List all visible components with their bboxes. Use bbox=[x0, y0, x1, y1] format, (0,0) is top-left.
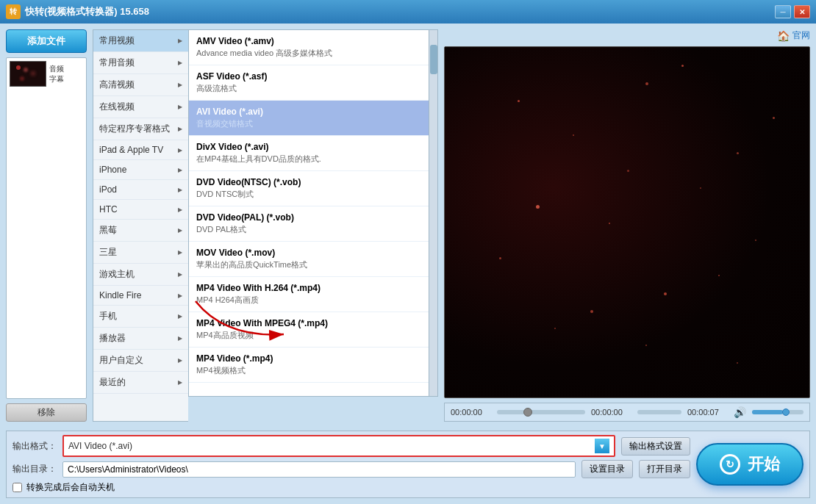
window: 转 快转(视频格式转换器) 15.658 ─ ✕ 添加文件 音频 bbox=[0, 0, 816, 504]
file-list: 音频 字幕 bbox=[6, 57, 87, 399]
cat-specific-format[interactable]: 特定程序专署格式 ▶ bbox=[93, 118, 188, 140]
menu-items-panel: AMV Video (*.amv) Advance media video 高级… bbox=[188, 29, 438, 397]
arrow-icon: ▶ bbox=[178, 292, 182, 299]
home-icon: 🏠 bbox=[777, 30, 790, 42]
cat-kindle-fire[interactable]: Kindle Fire ▶ bbox=[93, 286, 188, 306]
output-format-row: 输出格式： AVI Video (*.avi) ▼ 输出格式设置 bbox=[12, 435, 690, 457]
cat-common-audio[interactable]: 常用音频 ▶ bbox=[93, 52, 188, 74]
cat-common-video[interactable]: 常用视频 ▶ bbox=[93, 30, 188, 52]
arrow-icon: ▶ bbox=[178, 126, 182, 132]
output-format-value: AVI Video (*.avi) bbox=[68, 441, 132, 451]
video-controls: 00:00:00 00:00:00 00:00:07 🔊 bbox=[444, 403, 810, 422]
home-link[interactable]: 官网 bbox=[792, 29, 810, 42]
right-panel: 🏠 官网 bbox=[444, 29, 810, 422]
secondary-progress[interactable] bbox=[637, 410, 681, 414]
window-title: 快转(视频格式转换器) 15.658 bbox=[25, 5, 775, 18]
progress-thumb[interactable] bbox=[523, 408, 532, 417]
arrow-icon: ▶ bbox=[178, 60, 182, 66]
cat-game-console[interactable]: 游戏主机 ▶ bbox=[93, 264, 188, 286]
arrow-icon: ▶ bbox=[178, 167, 182, 173]
auto-shutdown-checkbox[interactable] bbox=[12, 483, 22, 492]
file-labels: 音频 字幕 bbox=[49, 64, 64, 84]
close-button[interactable]: ✕ bbox=[794, 5, 810, 18]
auto-shutdown-label: 转换完成后会自动关机 bbox=[26, 481, 115, 494]
cat-mobile[interactable]: 手机 ▶ bbox=[93, 306, 188, 328]
cat-hd-video[interactable]: 高清视频 ▶ bbox=[93, 74, 188, 96]
video-background bbox=[445, 47, 809, 397]
remove-button[interactable]: 移除 bbox=[6, 403, 87, 422]
start-button[interactable]: ↻ 开始 bbox=[696, 443, 804, 486]
set-dir-button[interactable]: 设置目录 bbox=[581, 460, 633, 478]
cat-online-video[interactable]: 在线视频 ▶ bbox=[93, 96, 188, 118]
list-item: 音频 字幕 bbox=[7, 58, 86, 90]
scrollbar-thumb[interactable] bbox=[430, 45, 437, 74]
cat-iphone[interactable]: iPhone ▶ bbox=[93, 160, 188, 180]
format-item-avi[interactable]: AVI Video (*.avi) 音视频交错格式 bbox=[189, 101, 429, 136]
arrow-icon: ▶ bbox=[178, 271, 182, 278]
window-controls: ─ ✕ bbox=[775, 5, 810, 18]
bottom-bar: 输出格式： AVI Video (*.avi) ▼ 输出格式设置 输出目录： 设… bbox=[6, 431, 810, 498]
output-format-label: 输出格式： bbox=[12, 440, 57, 453]
volume-icon: 🔊 bbox=[734, 406, 746, 418]
items-scroll[interactable]: AMV Video (*.amv) Advance media video 高级… bbox=[189, 30, 429, 396]
volume-slider[interactable] bbox=[752, 410, 804, 414]
left-panel: 添加文件 音频 字幕 移除 bbox=[6, 29, 87, 422]
arrow-icon: ▶ bbox=[178, 187, 182, 193]
open-dir-button[interactable]: 打开目录 bbox=[639, 460, 690, 478]
output-section: 输出格式： AVI Video (*.avi) ▼ 输出格式设置 输出目录： 设… bbox=[12, 435, 690, 494]
output-dir-input[interactable] bbox=[62, 461, 576, 478]
cat-blackberry[interactable]: 黑莓 ▶ bbox=[93, 220, 188, 242]
arrow-icon: ▶ bbox=[178, 227, 182, 234]
format-item-amv[interactable]: AMV Video (*.amv) Advance media video 高级… bbox=[189, 30, 429, 65]
add-file-button[interactable]: 添加文件 bbox=[6, 29, 87, 53]
app-icon: 转 bbox=[6, 4, 21, 19]
refresh-icon: ↻ bbox=[720, 454, 740, 475]
top-right: 🏠 官网 bbox=[444, 29, 810, 42]
format-item-mov[interactable]: MOV Video (*.mov) 苹果出的高品质QuickTime格式 bbox=[189, 242, 429, 277]
arrow-icon: ▶ bbox=[178, 206, 182, 213]
arrow-icon: ▶ bbox=[178, 313, 182, 320]
time-mid: 00:00:00 bbox=[591, 408, 631, 417]
format-item-dvd-ntsc[interactable]: DVD Video(NTSC) (*.vob) DVD NTSC制式 bbox=[189, 171, 429, 206]
time-end: 00:00:07 bbox=[687, 408, 728, 417]
file-thumbnail bbox=[10, 61, 46, 87]
volume-fill bbox=[752, 410, 783, 414]
arrow-icon: ▶ bbox=[178, 82, 182, 88]
cat-ipod[interactable]: iPod ▶ bbox=[93, 180, 188, 200]
format-item-mp4-h264[interactable]: MP4 Video With H.264 (*.mp4) MP4 H264高画质 bbox=[189, 277, 429, 312]
arrow-icon: ▶ bbox=[178, 335, 182, 342]
cat-recent[interactable]: 最近的 ▶ bbox=[93, 372, 188, 394]
main-area: 添加文件 音频 字幕 移除 bbox=[0, 24, 816, 504]
output-format-box[interactable]: AVI Video (*.avi) ▼ bbox=[62, 435, 615, 457]
progress-bar[interactable] bbox=[497, 410, 585, 414]
cat-ipad-apple[interactable]: iPad & Apple TV ▶ bbox=[93, 140, 188, 160]
volume-thumb[interactable] bbox=[782, 408, 790, 416]
format-item-mp4[interactable]: MP4 Video (*.mp4) MP4视频格式 bbox=[189, 348, 429, 383]
video-preview bbox=[444, 46, 810, 398]
time-start: 00:00:00 bbox=[451, 408, 491, 417]
format-item-dvd-pal[interactable]: DVD Video(PAL) (*.vob) DVD PAL格式 bbox=[189, 206, 429, 242]
format-item-mp4-mpeg4[interactable]: MP4 Video With MPEG4 (*.mp4) MP4高品质视频 bbox=[189, 312, 429, 348]
arrow-icon: ▶ bbox=[178, 104, 182, 110]
format-item-asf[interactable]: ASF Video (*.asf) 高级流格式 bbox=[189, 65, 429, 101]
scrollbar[interactable] bbox=[429, 30, 437, 396]
arrow-icon: ▶ bbox=[178, 249, 182, 256]
cat-samsung[interactable]: 三星 ▶ bbox=[93, 242, 188, 264]
format-dropdown-button[interactable]: ▼ bbox=[595, 439, 609, 453]
arrow-icon: ▶ bbox=[178, 379, 182, 386]
top-area: 添加文件 音频 字幕 移除 bbox=[6, 29, 810, 422]
format-dropdown: 常用视频 ▶ 常用音频 ▶ 高清视频 ▶ 在线视频 bbox=[93, 29, 438, 422]
arrow-icon: ▶ bbox=[178, 147, 182, 154]
cat-player[interactable]: 播放器 ▶ bbox=[93, 328, 188, 350]
output-dir-row: 输出目录： 设置目录 打开目录 bbox=[12, 460, 690, 478]
cat-htc[interactable]: HTC ▶ bbox=[93, 200, 188, 220]
arrow-icon: ▶ bbox=[178, 357, 182, 364]
arrow-icon: ▶ bbox=[178, 37, 182, 44]
minimize-button[interactable]: ─ bbox=[775, 5, 791, 18]
format-item-divx[interactable]: DivX Video (*.avi) 在MP4基础上具有DVD品质的格式. bbox=[189, 136, 429, 171]
titlebar: 转 快转(视频格式转换器) 15.658 ─ ✕ bbox=[0, 0, 816, 24]
cat-custom[interactable]: 用户自定义 ▶ bbox=[93, 350, 188, 372]
output-dir-label: 输出目录： bbox=[12, 463, 57, 475]
output-settings-button[interactable]: 输出格式设置 bbox=[621, 437, 690, 456]
auto-shutdown-row: 转换完成后会自动关机 bbox=[12, 481, 690, 494]
